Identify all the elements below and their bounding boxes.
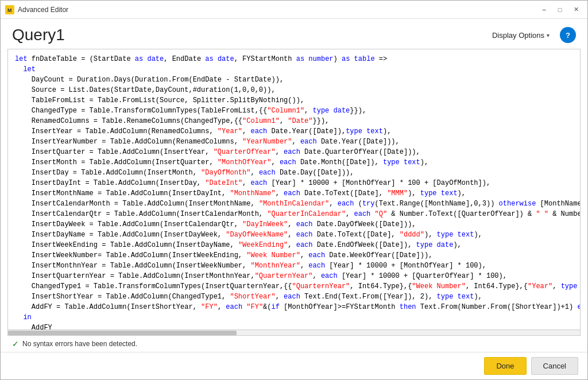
code-line: ChangedType = Table.TransformColumnTypes…: [15, 106, 573, 116]
code-line: InsertCalendarMonth = Table.AddColumn(In…: [15, 199, 573, 209]
code-line: let fnDateTable = (StartDate as date, En…: [15, 54, 573, 64]
check-icon: ✓: [12, 339, 19, 348]
chevron-down-icon: ▾: [547, 32, 550, 38]
code-line: InsertDayName = Table.AddColumn(InsertDa…: [15, 230, 573, 240]
query-title: Query1: [12, 26, 65, 44]
scrollbar-thumb: [8, 331, 237, 335]
code-line: InsertShortYear = Table.AddColumn(Change…: [15, 292, 573, 302]
code-line: in: [15, 312, 573, 323]
code-line: InsertWeekEnding = Table.AddColumn(Inser…: [15, 240, 573, 250]
window-controls: ‒ □ ✕: [537, 4, 583, 15]
footer: Done Cancel: [1, 352, 587, 379]
code-line: InsertMonth = Table.AddColumn(InsertQuar…: [15, 157, 573, 168]
svg-text:M: M: [7, 7, 12, 13]
help-label: ?: [566, 31, 570, 40]
code-line: InsertYearNumber = Table.AddColumn(Renam…: [15, 137, 573, 147]
code-line: InsertMonthnYear = Table.AddColumn(Inser…: [15, 261, 573, 271]
code-line: let: [15, 64, 573, 75]
code-line: InsertDay = Table.AddColumn(InsertMonth,…: [15, 168, 573, 178]
help-button[interactable]: ?: [560, 27, 576, 43]
display-options-button[interactable]: Display Options ▾: [486, 28, 555, 43]
status-bar: ✓ No syntax errors have been detected.: [1, 336, 587, 352]
code-line: ChangedType1 = Table.TransformColumnType…: [15, 281, 573, 292]
code-line: Source = List.Dates(StartDate,DayCount,#…: [15, 85, 573, 95]
editor-header: Query1 Display Options ▾ ?: [1, 19, 587, 49]
status-text: No syntax errors have been detected.: [22, 340, 137, 348]
code-line: InsertDayWeek = Table.AddColumn(InsertCa…: [15, 219, 573, 230]
code-line: InsertCalendarQtr = Table.AddColumn(Inse…: [15, 209, 573, 219]
title-bar: M Advanced Editor ‒ □ ✕: [1, 1, 587, 19]
code-line: AddFY: [15, 323, 573, 329]
close-button[interactable]: ✕: [569, 4, 583, 15]
code-editor[interactable]: let fnDateTable = (StartDate as date, En…: [8, 49, 580, 329]
code-line: InsertWeekNumber= Table.AddColumn(Insert…: [15, 250, 573, 261]
display-options-label: Display Options: [492, 31, 544, 40]
title-bar-text: Advanced Editor: [18, 6, 537, 14]
code-line: InsertQuarter = Table.AddColumn(InsertYe…: [15, 147, 573, 157]
code-line: InsertMonthName = Table.AddColumn(Insert…: [15, 188, 573, 199]
code-line: RenamedColumns = Table.RenameColumns(Cha…: [15, 116, 573, 126]
code-line: DayCount = Duration.Days(Duration.From(E…: [15, 75, 573, 85]
done-button[interactable]: Done: [484, 357, 526, 375]
code-line: InsertDayInt = Table.AddColumn(InsertDay…: [15, 178, 573, 188]
horizontal-scrollbar[interactable]: [7, 330, 581, 336]
code-line: InsertYear = Table.AddColumn(RenamedColu…: [15, 126, 573, 137]
code-line: InsertQuarternYear = Table.AddColumn(Ins…: [15, 271, 573, 281]
minimize-button[interactable]: ‒: [537, 4, 551, 15]
code-line: AddFY = Table.AddColumn(InsertShortYear,…: [15, 302, 573, 312]
advanced-editor-window: M Advanced Editor ‒ □ ✕ Query1 Display O…: [0, 0, 588, 380]
maximize-button[interactable]: □: [553, 4, 567, 15]
code-line: TableFromList = Table.FromList(Source, S…: [15, 95, 573, 106]
header-actions: Display Options ▾ ?: [486, 27, 576, 43]
code-editor-container: let fnDateTable = (StartDate as date, En…: [7, 49, 581, 330]
cancel-button[interactable]: Cancel: [531, 357, 578, 375]
app-icon: M: [5, 5, 14, 14]
